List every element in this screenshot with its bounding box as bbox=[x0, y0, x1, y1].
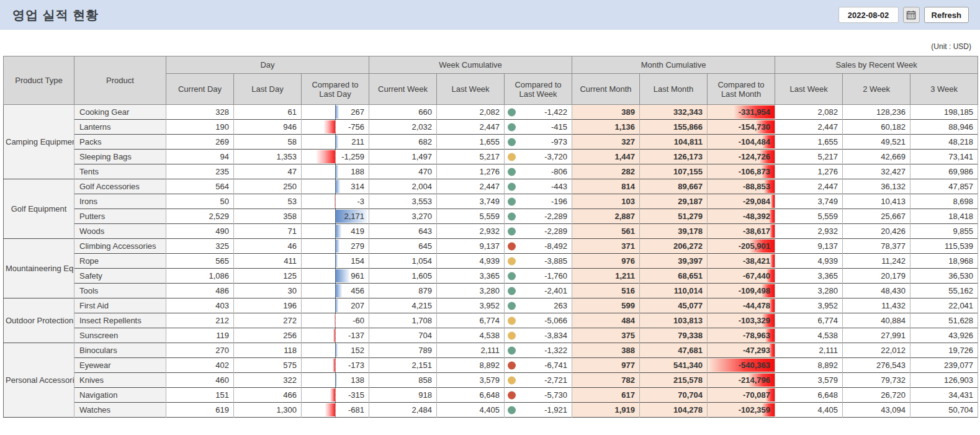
cell-recent-2week: 20,426 bbox=[843, 224, 910, 239]
table-row: Golf EquipmentGolf Accessories5642503142… bbox=[4, 179, 978, 194]
cell-compared-month: -38,617 bbox=[708, 224, 775, 239]
cell-recent-2week: 26,720 bbox=[843, 388, 910, 403]
cell-last-month: 103,813 bbox=[640, 313, 708, 328]
cell-current-day: 564 bbox=[166, 179, 234, 194]
compared-day-value: 207 bbox=[351, 301, 364, 310]
baseline-marker bbox=[335, 313, 336, 328]
cell-last-day: 250 bbox=[234, 179, 302, 194]
cell-current-month: 516 bbox=[572, 284, 640, 298]
compared-month-value: -106,873 bbox=[739, 167, 770, 176]
status-dot bbox=[508, 212, 516, 220]
col-header-current-month: Current Month bbox=[572, 74, 640, 105]
product-cell: Insect Repellents bbox=[74, 313, 166, 328]
cell-current-month: 282 bbox=[572, 164, 640, 179]
cell-compared-day: 152 bbox=[302, 343, 369, 358]
cell-compared-day: 279 bbox=[302, 239, 369, 254]
cell-last-day: 118 bbox=[234, 343, 302, 358]
table-row: Safety1,0861259611,6053,365-1,7601,21168… bbox=[4, 269, 978, 284]
compared-day-value: -173 bbox=[348, 361, 364, 370]
cell-recent-2week: 42,669 bbox=[843, 150, 910, 164]
status-dot bbox=[508, 406, 516, 414]
compared-week-value: -415 bbox=[551, 122, 567, 132]
cell-current-week: 2,004 bbox=[369, 179, 437, 194]
compared-month-value: -102,359 bbox=[739, 405, 770, 415]
cell-recent-3week: 18,968 bbox=[910, 254, 978, 269]
compared-week-value: -3,720 bbox=[544, 152, 567, 161]
cell-recent-2week: 78,377 bbox=[843, 239, 910, 254]
cell-last-month: 332,343 bbox=[640, 105, 708, 120]
col-header-compared-to-last-month: Compared to Last Month bbox=[708, 74, 775, 105]
cell-last-week: 6,648 bbox=[437, 388, 505, 403]
baseline-marker bbox=[335, 105, 336, 119]
product-cell: Knives bbox=[74, 373, 166, 388]
cell-last-month: 47,681 bbox=[640, 343, 708, 358]
cell-recent-3week: 34,431 bbox=[910, 388, 978, 403]
baseline-marker bbox=[335, 135, 336, 149]
product-cell: Woods bbox=[74, 224, 166, 239]
cell-recent-3week: 48,218 bbox=[910, 135, 978, 150]
cell-recent-3week: 88,946 bbox=[910, 120, 978, 135]
cell-recent-last-week: 5,559 bbox=[775, 209, 843, 224]
status-dot bbox=[508, 391, 516, 399]
cell-compared-month: -78,963 bbox=[708, 328, 775, 343]
baseline-marker bbox=[335, 239, 336, 253]
cell-recent-3week: 55,162 bbox=[910, 284, 978, 298]
col-header-product-type: Product Type bbox=[4, 56, 74, 105]
cell-compared-month: -38,421 bbox=[708, 254, 775, 269]
cell-compared-day: -315 bbox=[302, 388, 369, 403]
cell-current-week: 858 bbox=[369, 373, 437, 388]
cell-current-month: 561 bbox=[572, 224, 640, 239]
cell-recent-last-week: 3,952 bbox=[775, 298, 843, 313]
cell-current-day: 269 bbox=[166, 135, 234, 150]
cell-recent-3week: 22,041 bbox=[910, 298, 978, 313]
cell-current-month: 2,887 bbox=[572, 209, 640, 224]
status-dot bbox=[508, 316, 516, 325]
compared-week-value: -3,834 bbox=[544, 331, 567, 340]
cell-compared-day: 2,171 bbox=[302, 209, 369, 224]
refresh-button[interactable]: Refresh bbox=[924, 7, 969, 23]
table-row: Lanterns190946-7562,0322,447-4151,136155… bbox=[4, 120, 978, 135]
cell-compared-day: 207 bbox=[302, 298, 369, 313]
positive-bar bbox=[335, 240, 339, 253]
compared-month-value: -70,087 bbox=[743, 390, 770, 400]
table-row: Sleeping Bags941,353-1,2591,4975,217-3,7… bbox=[4, 150, 978, 164]
cell-current-month: 389 bbox=[572, 105, 640, 120]
cell-compared-week: -1,322 bbox=[505, 343, 572, 358]
calendar-button[interactable] bbox=[903, 7, 920, 23]
date-input[interactable] bbox=[838, 7, 899, 23]
compared-month-value: -38,617 bbox=[743, 226, 770, 236]
cell-recent-3week: 239,077 bbox=[910, 358, 978, 373]
cell-compared-month: -67,440 bbox=[708, 269, 775, 284]
cell-last-month: 89,667 bbox=[640, 179, 708, 194]
cell-last-week: 1,276 bbox=[437, 164, 505, 179]
cell-current-week: 704 bbox=[369, 328, 437, 343]
product-cell: Putters bbox=[74, 209, 166, 224]
positive-bar bbox=[335, 225, 341, 238]
header-controls: Refresh bbox=[838, 7, 969, 23]
cell-current-month: 617 bbox=[572, 388, 640, 403]
cell-recent-3week: 126,903 bbox=[910, 373, 978, 388]
col-header-product: Product bbox=[74, 56, 166, 105]
cell-recent-3week: 51,628 bbox=[910, 313, 978, 328]
cell-last-day: 1,300 bbox=[234, 403, 302, 418]
cell-current-month: 1,136 bbox=[572, 120, 640, 135]
product-type-cell: Mountaineering Equipment bbox=[4, 239, 74, 298]
compared-week-value: -806 bbox=[551, 167, 567, 176]
cell-recent-3week: 50,704 bbox=[910, 403, 978, 418]
cell-last-month: 70,704 bbox=[640, 388, 708, 403]
group-header-week-cumulative: Week Cumulative bbox=[369, 56, 572, 74]
baseline-marker bbox=[335, 358, 336, 372]
cell-compared-week: -6,741 bbox=[505, 358, 572, 373]
table-row: Tents235471884701,276-806282107,155-106,… bbox=[4, 164, 978, 179]
cell-recent-last-week: 1,276 bbox=[775, 164, 843, 179]
cell-last-day: 125 bbox=[234, 269, 302, 284]
cell-compared-week: 263 bbox=[505, 298, 572, 313]
cell-recent-2week: 60,182 bbox=[843, 120, 910, 135]
cell-recent-last-week: 2,447 bbox=[775, 120, 843, 135]
compared-week-value: -5,066 bbox=[544, 316, 567, 325]
cell-compared-day: 456 bbox=[302, 284, 369, 298]
cell-last-day: 272 bbox=[234, 313, 302, 328]
col-header-current-day: Current Day bbox=[166, 74, 234, 105]
cell-recent-2week: 43,094 bbox=[843, 403, 910, 418]
cell-current-month: 1,919 bbox=[572, 403, 640, 418]
